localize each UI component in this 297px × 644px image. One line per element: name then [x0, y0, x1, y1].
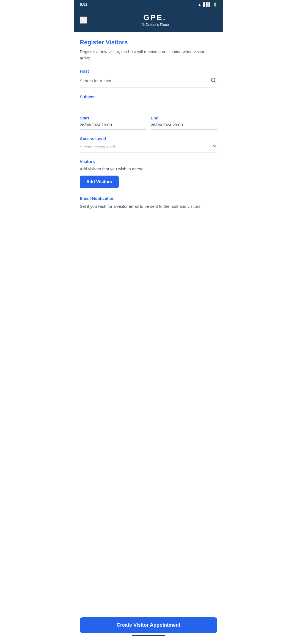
battery-icon: 🔋	[213, 2, 217, 7]
host-search-input[interactable]	[80, 78, 210, 83]
status-time: 6:52	[80, 2, 87, 7]
header: ← GPE. 16 Dufour's Place	[74, 9, 223, 32]
chevron-down-icon	[212, 144, 217, 150]
bottom-spacer	[80, 221, 217, 254]
host-section-label: Host	[80, 69, 217, 73]
end-label: End	[151, 116, 217, 120]
signal-icon: ▋▋▋	[203, 2, 211, 7]
datetime-row: Start 26/06/2024 19:00 End 26/06/2024 20…	[80, 116, 217, 130]
svg-line-1	[215, 81, 216, 82]
search-icon	[211, 77, 216, 83]
end-value[interactable]: 26/06/2024 20:00	[151, 122, 217, 130]
email-notification-label: Email Notification	[80, 196, 217, 201]
status-icons: ▲ ▋▋▋ 🔋	[198, 2, 217, 7]
add-visitors-button[interactable]: Add Visitors	[80, 176, 119, 188]
visitors-label: Visitors	[80, 159, 217, 164]
access-section: Access Level Select access level	[80, 136, 217, 152]
access-level-label: Access Level	[80, 136, 217, 141]
subject-input[interactable]	[80, 102, 217, 109]
start-col: Start 26/06/2024 19:00	[80, 116, 146, 130]
main-content: Register Visitors Register a new visitor…	[74, 32, 223, 260]
email-section: Email Notification Set if you wish for a…	[80, 196, 217, 210]
visitors-section: Visitors Add visitors that you wish to a…	[80, 159, 217, 188]
bottom-bar: Create Visitor Appointment	[74, 613, 223, 644]
start-value[interactable]: 26/06/2024 19:00	[80, 122, 146, 130]
create-appointment-button[interactable]: Create Visitor Appointment	[80, 617, 217, 633]
logo-area: GPE. 16 Dufour's Place	[92, 13, 217, 27]
location-text: 16 Dufour's Place	[141, 23, 169, 27]
wifi-icon: ▲	[198, 2, 201, 7]
visitors-description: Add visitors that you wish to attend.	[80, 167, 217, 171]
subject-section: Subject	[80, 94, 217, 109]
back-button[interactable]: ←	[80, 17, 87, 24]
home-indicator	[132, 635, 165, 636]
start-label: Start	[80, 116, 146, 120]
email-description: Set if you wish for a visitor email to b…	[80, 203, 217, 210]
status-bar: 6:52 ▲ ▋▋▋ 🔋	[74, 0, 223, 9]
subject-label: Subject	[80, 94, 217, 99]
access-select-dropdown[interactable]: Select access level	[80, 144, 217, 152]
end-col: End 26/06/2024 20:00	[151, 116, 217, 130]
search-button[interactable]	[210, 76, 217, 85]
page-title: Register Visitors	[80, 39, 217, 46]
logo-text: GPE.	[144, 13, 166, 22]
access-select-placeholder: Select access level	[80, 144, 212, 149]
page-description: Register a new visitor, the host will re…	[80, 49, 217, 61]
host-search-container	[80, 76, 217, 88]
